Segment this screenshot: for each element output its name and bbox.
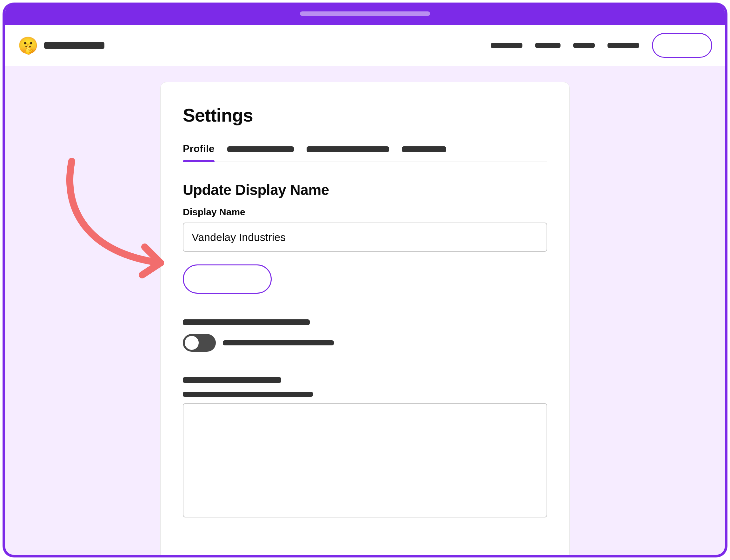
toggle-label (223, 340, 334, 345)
window-titlebar (5, 3, 725, 25)
display-name-save-button[interactable] (183, 264, 272, 294)
brand-logo-icon: 🤫 (18, 37, 38, 54)
tab-3[interactable] (307, 138, 389, 162)
brand-name (44, 42, 104, 49)
settings-card: Settings Profile Update Display Name Dis… (160, 82, 570, 557)
nav-link-1[interactable] (491, 43, 522, 48)
display-name-label: Display Name (183, 207, 547, 217)
display-name-input[interactable] (183, 223, 547, 252)
page-title: Settings (183, 104, 547, 126)
display-name-section: Update Display Name Display Name (183, 181, 547, 294)
settings-tabs: Profile (183, 138, 547, 162)
titlebar-handle[interactable] (300, 11, 430, 16)
toggle-section-heading (183, 319, 310, 325)
tab-4[interactable] (402, 138, 446, 162)
top-navigation: 🤫 (5, 25, 725, 66)
nav-link-4[interactable] (607, 43, 639, 48)
toggle-section (183, 319, 547, 352)
nav-link-2[interactable] (535, 43, 560, 48)
toggle-knob (185, 336, 199, 350)
feature-toggle[interactable] (183, 334, 216, 352)
tab-2[interactable] (227, 138, 294, 162)
textarea-subheading (183, 392, 313, 397)
brand-area: 🤫 (18, 37, 104, 54)
nav-link-3[interactable] (573, 43, 595, 48)
textarea-section (183, 377, 547, 517)
tab-profile[interactable]: Profile (183, 138, 215, 162)
nav-cta-button[interactable] (652, 33, 712, 58)
textarea-heading (183, 377, 281, 383)
content-area: Settings Profile Update Display Name Dis… (5, 66, 725, 557)
browser-frame: 🤫 Settings Profile Update Display Name D… (3, 3, 727, 557)
description-textarea[interactable] (183, 403, 547, 517)
section-heading-display-name: Update Display Name (183, 181, 547, 198)
